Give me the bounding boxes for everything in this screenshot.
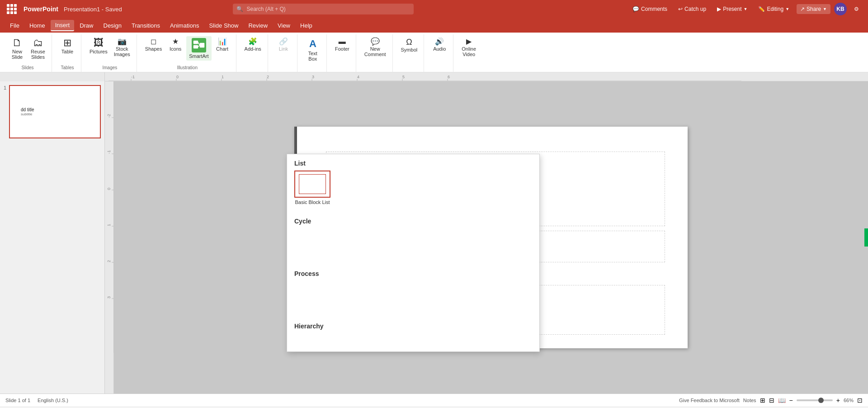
footer-icon: ▬ [339, 38, 346, 45]
catchup-label: Catch up [684, 6, 706, 12]
ruler-horizontal: -1 0 1 2 3 4 5 6 [105, 72, 868, 81]
shapes-button[interactable]: ◻ Shapes [142, 36, 165, 53]
new-slide-button[interactable]: 🗋 NewSlide [7, 36, 27, 62]
svg-text:-1: -1 [131, 75, 135, 79]
slide-number: 1 [4, 85, 6, 90]
ribbon-group-tables: ⊞ Table Tables [54, 34, 81, 72]
zoom-out-button[interactable]: − [789, 397, 793, 404]
editing-button[interactable]: ✏️ Editing ▼ [755, 4, 793, 14]
search-wrapper: 🔍 [233, 4, 414, 14]
basic-block-list-thumb[interactable] [294, 171, 330, 198]
list-grid: Basic Block List [287, 171, 539, 212]
ruler-row: -1 0 1 2 3 4 5 6 [0, 72, 868, 81]
zoom-slider[interactable] [797, 399, 833, 401]
avatar[interactable]: KB [834, 3, 847, 15]
reuse-slides-button[interactable]: 🗂 ReuseSlides [28, 36, 48, 62]
online-video-icon: ▶ [466, 38, 472, 45]
ribbon-group-video: ▶ OnlineVideo [455, 34, 482, 72]
editing-dropdown-arrow: ▼ [785, 7, 789, 11]
menu-insert[interactable]: Insert [51, 20, 75, 31]
waffle-dot [14, 8, 17, 10]
basic-block-list-item[interactable]: Basic Block List [294, 171, 330, 205]
settings-button[interactable]: ⚙ [850, 4, 863, 14]
footer-button[interactable]: ▬ Footer [332, 36, 352, 53]
svg-text:0: 0 [176, 75, 179, 79]
audio-icon: 🔊 [435, 38, 444, 45]
new-comment-icon: 💬 [371, 38, 380, 45]
footer-label: Footer [335, 46, 349, 52]
ribbon-group-slides: 🗋 NewSlide 🗂 ReuseSlides Slides [4, 34, 52, 72]
add-ins-button[interactable]: 🧩 Add-ins [242, 36, 264, 53]
menu-draw[interactable]: Draw [75, 20, 98, 31]
menu-animations[interactable]: Animations [165, 20, 203, 31]
comments-label: Comments [641, 6, 667, 12]
zoom-thumb [818, 398, 824, 403]
slide-sorter-button[interactable]: ⊟ [769, 397, 774, 404]
pictures-button[interactable]: 🖼 Pictures [87, 36, 110, 56]
svg-text:3: 3 [107, 296, 111, 299]
ribbon-group-symbol: Ω Symbol [395, 34, 425, 72]
symbol-button[interactable]: Ω Symbol [398, 36, 420, 54]
process-spacer [287, 281, 539, 317]
fit-slide-button[interactable]: ⊡ [857, 397, 863, 404]
title-bar: PowerPoint Presentation1 - Saved 🔍 💬 Com… [0, 0, 868, 18]
images-buttons: 🖼 Pictures 📷 StockImages [87, 36, 133, 59]
zoom-in-button[interactable]: + [836, 397, 840, 404]
share-dropdown-arrow: ▼ [823, 7, 827, 11]
icons-button[interactable]: ★ Icons [165, 36, 185, 53]
ruler-v-svg: -2 -1 0 1 2 3 [105, 81, 114, 353]
svg-line-4 [198, 45, 200, 47]
waffle-icon[interactable] [5, 3, 18, 15]
smartart-process-section: Process [287, 265, 539, 317]
slide-thumbnail[interactable]: dd title subtitle [9, 85, 101, 138]
svg-text:0: 0 [107, 188, 111, 190]
search-input[interactable] [233, 4, 414, 14]
menu-design[interactable]: Design [99, 20, 126, 31]
online-video-label: OnlineVideo [462, 46, 476, 57]
online-video-button[interactable]: ▶ OnlineVideo [459, 36, 479, 59]
notes-button[interactable]: Notes [743, 398, 756, 403]
feedback-text[interactable]: Give Feedback to Microsoft [679, 398, 740, 403]
reading-view-button[interactable]: 📖 [778, 397, 786, 404]
text-box-button[interactable]: A TextBox [303, 36, 323, 63]
status-bar-right: Give Feedback to Microsoft Notes ⊞ ⊟ 📖 −… [679, 397, 863, 404]
audio-button[interactable]: 🔊 Audio [429, 36, 449, 53]
catchup-icon: ↩ [678, 6, 683, 12]
slides-group-label: Slides [21, 64, 33, 70]
thumb-content: dd title subtitle [19, 105, 91, 118]
table-icon: ⊞ [63, 38, 71, 48]
cycle-spacer [287, 228, 539, 265]
stock-images-icon: 📷 [118, 38, 127, 45]
comments-button[interactable]: 💬 Comments [629, 4, 671, 14]
svg-text:1: 1 [107, 224, 111, 226]
comment-icon: 💬 [632, 6, 639, 12]
new-comment-button[interactable]: 💬 NewComment [362, 36, 389, 59]
content-area: 1 dd title subtitle -2 -1 0 [0, 81, 868, 394]
svg-rect-1 [193, 45, 198, 48]
hierarchy-section-label: Hierarchy [287, 317, 539, 333]
ribbon-group-footer: ▬ Footer [329, 34, 356, 72]
menu-file[interactable]: File [5, 20, 24, 31]
table-button[interactable]: ⊞ Table [57, 36, 77, 56]
menu-review[interactable]: Review [244, 20, 272, 31]
share-button[interactable]: ↗ Share ▼ [797, 4, 830, 14]
catch-up-button[interactable]: ↩ Catch up [675, 4, 710, 14]
svg-rect-0 [193, 41, 198, 44]
canvas-area: -2 -1 0 1 2 3 [105, 81, 868, 394]
smartart-cycle-section: Cycle [287, 212, 539, 265]
stock-images-label: StockImages [114, 46, 130, 57]
stock-images-button[interactable]: 📷 StockImages [111, 36, 133, 59]
smartart-button[interactable]: SmartArt [186, 36, 211, 61]
chart-button[interactable]: 📊 Chart [212, 36, 232, 53]
waffle-dot [10, 11, 13, 14]
link-button[interactable]: 🔗 Link [274, 36, 293, 53]
menu-home[interactable]: Home [25, 20, 50, 31]
shapes-icon: ◻ [151, 38, 156, 45]
waffle-dot [7, 8, 9, 10]
menu-help[interactable]: Help [296, 20, 317, 31]
menu-transitions[interactable]: Transitions [127, 20, 165, 31]
menu-view[interactable]: View [273, 20, 295, 31]
normal-view-button[interactable]: ⊞ [760, 397, 765, 404]
present-button[interactable]: ▶ Present ▼ [713, 4, 751, 14]
menu-slideshow[interactable]: Slide Show [204, 20, 243, 31]
